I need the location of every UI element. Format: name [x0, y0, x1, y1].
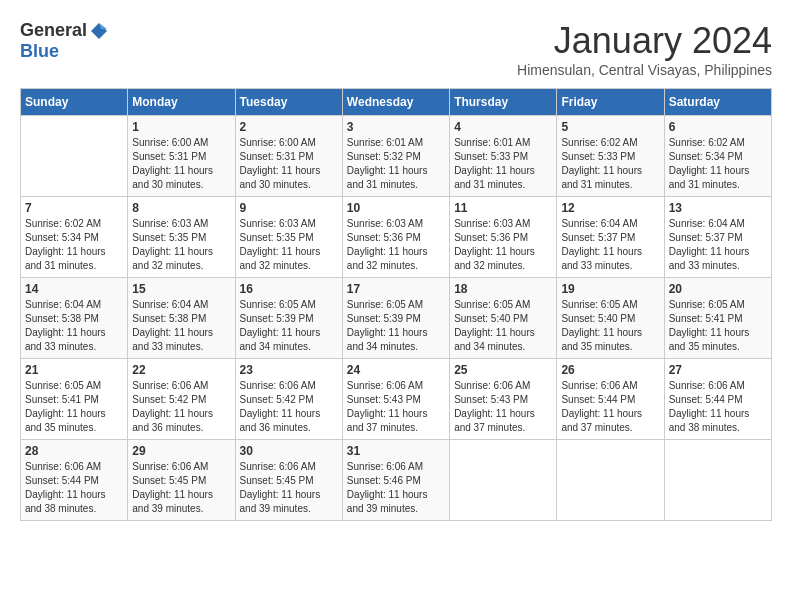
- day-info: Sunrise: 6:03 AM Sunset: 5:36 PM Dayligh…: [454, 217, 552, 273]
- day-cell: 3Sunrise: 6:01 AM Sunset: 5:32 PM Daylig…: [342, 116, 449, 197]
- day-cell: 15Sunrise: 6:04 AM Sunset: 5:38 PM Dayli…: [128, 278, 235, 359]
- day-cell: 12Sunrise: 6:04 AM Sunset: 5:37 PM Dayli…: [557, 197, 664, 278]
- day-cell: 16Sunrise: 6:05 AM Sunset: 5:39 PM Dayli…: [235, 278, 342, 359]
- day-number: 2: [240, 120, 338, 134]
- day-number: 3: [347, 120, 445, 134]
- day-info: Sunrise: 6:06 AM Sunset: 5:45 PM Dayligh…: [240, 460, 338, 516]
- logo-general-text: General: [20, 20, 87, 41]
- month-title: January 2024: [517, 20, 772, 62]
- header-wednesday: Wednesday: [342, 89, 449, 116]
- day-number: 17: [347, 282, 445, 296]
- calendar-table: SundayMondayTuesdayWednesdayThursdayFrid…: [20, 88, 772, 521]
- day-number: 15: [132, 282, 230, 296]
- day-number: 24: [347, 363, 445, 377]
- day-number: 18: [454, 282, 552, 296]
- day-cell: 31Sunrise: 6:06 AM Sunset: 5:46 PM Dayli…: [342, 440, 449, 521]
- day-cell: 28Sunrise: 6:06 AM Sunset: 5:44 PM Dayli…: [21, 440, 128, 521]
- title-section: January 2024 Himensulan, Central Visayas…: [517, 20, 772, 78]
- day-info: Sunrise: 6:06 AM Sunset: 5:44 PM Dayligh…: [25, 460, 123, 516]
- day-cell: [450, 440, 557, 521]
- day-number: 31: [347, 444, 445, 458]
- day-info: Sunrise: 6:03 AM Sunset: 5:35 PM Dayligh…: [132, 217, 230, 273]
- day-number: 8: [132, 201, 230, 215]
- day-cell: 26Sunrise: 6:06 AM Sunset: 5:44 PM Dayli…: [557, 359, 664, 440]
- day-cell: 27Sunrise: 6:06 AM Sunset: 5:44 PM Dayli…: [664, 359, 771, 440]
- logo-blue-text: Blue: [20, 41, 59, 61]
- day-number: 13: [669, 201, 767, 215]
- day-cell: 20Sunrise: 6:05 AM Sunset: 5:41 PM Dayli…: [664, 278, 771, 359]
- header-sunday: Sunday: [21, 89, 128, 116]
- header-monday: Monday: [128, 89, 235, 116]
- day-cell: 19Sunrise: 6:05 AM Sunset: 5:40 PM Dayli…: [557, 278, 664, 359]
- day-info: Sunrise: 6:06 AM Sunset: 5:42 PM Dayligh…: [240, 379, 338, 435]
- day-cell: 24Sunrise: 6:06 AM Sunset: 5:43 PM Dayli…: [342, 359, 449, 440]
- day-info: Sunrise: 6:03 AM Sunset: 5:35 PM Dayligh…: [240, 217, 338, 273]
- day-info: Sunrise: 6:02 AM Sunset: 5:33 PM Dayligh…: [561, 136, 659, 192]
- day-cell: 23Sunrise: 6:06 AM Sunset: 5:42 PM Dayli…: [235, 359, 342, 440]
- day-info: Sunrise: 6:06 AM Sunset: 5:46 PM Dayligh…: [347, 460, 445, 516]
- day-number: 6: [669, 120, 767, 134]
- svg-marker-0: [91, 23, 107, 39]
- day-number: 4: [454, 120, 552, 134]
- day-number: 21: [25, 363, 123, 377]
- day-cell: [557, 440, 664, 521]
- week-row-2: 7Sunrise: 6:02 AM Sunset: 5:34 PM Daylig…: [21, 197, 772, 278]
- day-number: 9: [240, 201, 338, 215]
- header-thursday: Thursday: [450, 89, 557, 116]
- day-cell: 8Sunrise: 6:03 AM Sunset: 5:35 PM Daylig…: [128, 197, 235, 278]
- day-cell: 17Sunrise: 6:05 AM Sunset: 5:39 PM Dayli…: [342, 278, 449, 359]
- header-tuesday: Tuesday: [235, 89, 342, 116]
- day-cell: 22Sunrise: 6:06 AM Sunset: 5:42 PM Dayli…: [128, 359, 235, 440]
- day-info: Sunrise: 6:03 AM Sunset: 5:36 PM Dayligh…: [347, 217, 445, 273]
- day-cell: 13Sunrise: 6:04 AM Sunset: 5:37 PM Dayli…: [664, 197, 771, 278]
- day-info: Sunrise: 6:01 AM Sunset: 5:33 PM Dayligh…: [454, 136, 552, 192]
- day-info: Sunrise: 6:05 AM Sunset: 5:39 PM Dayligh…: [347, 298, 445, 354]
- day-number: 12: [561, 201, 659, 215]
- day-info: Sunrise: 6:00 AM Sunset: 5:31 PM Dayligh…: [132, 136, 230, 192]
- day-number: 22: [132, 363, 230, 377]
- page-header: General Blue January 2024 Himensulan, Ce…: [20, 20, 772, 78]
- day-info: Sunrise: 6:06 AM Sunset: 5:45 PM Dayligh…: [132, 460, 230, 516]
- day-cell: 2Sunrise: 6:00 AM Sunset: 5:31 PM Daylig…: [235, 116, 342, 197]
- day-cell: 7Sunrise: 6:02 AM Sunset: 5:34 PM Daylig…: [21, 197, 128, 278]
- day-number: 10: [347, 201, 445, 215]
- header-row: SundayMondayTuesdayWednesdayThursdayFrid…: [21, 89, 772, 116]
- week-row-5: 28Sunrise: 6:06 AM Sunset: 5:44 PM Dayli…: [21, 440, 772, 521]
- day-cell: 5Sunrise: 6:02 AM Sunset: 5:33 PM Daylig…: [557, 116, 664, 197]
- day-number: 25: [454, 363, 552, 377]
- day-number: 26: [561, 363, 659, 377]
- day-info: Sunrise: 6:02 AM Sunset: 5:34 PM Dayligh…: [25, 217, 123, 273]
- day-info: Sunrise: 6:06 AM Sunset: 5:43 PM Dayligh…: [454, 379, 552, 435]
- day-cell: [664, 440, 771, 521]
- day-number: 19: [561, 282, 659, 296]
- day-cell: [21, 116, 128, 197]
- day-info: Sunrise: 6:04 AM Sunset: 5:38 PM Dayligh…: [25, 298, 123, 354]
- header-saturday: Saturday: [664, 89, 771, 116]
- day-number: 5: [561, 120, 659, 134]
- logo-icon: [89, 21, 109, 41]
- week-row-4: 21Sunrise: 6:05 AM Sunset: 5:41 PM Dayli…: [21, 359, 772, 440]
- day-cell: 18Sunrise: 6:05 AM Sunset: 5:40 PM Dayli…: [450, 278, 557, 359]
- day-cell: 10Sunrise: 6:03 AM Sunset: 5:36 PM Dayli…: [342, 197, 449, 278]
- day-number: 11: [454, 201, 552, 215]
- day-info: Sunrise: 6:05 AM Sunset: 5:40 PM Dayligh…: [454, 298, 552, 354]
- day-info: Sunrise: 6:02 AM Sunset: 5:34 PM Dayligh…: [669, 136, 767, 192]
- day-info: Sunrise: 6:05 AM Sunset: 5:41 PM Dayligh…: [25, 379, 123, 435]
- day-number: 16: [240, 282, 338, 296]
- day-info: Sunrise: 6:00 AM Sunset: 5:31 PM Dayligh…: [240, 136, 338, 192]
- week-row-3: 14Sunrise: 6:04 AM Sunset: 5:38 PM Dayli…: [21, 278, 772, 359]
- day-info: Sunrise: 6:05 AM Sunset: 5:39 PM Dayligh…: [240, 298, 338, 354]
- day-cell: 29Sunrise: 6:06 AM Sunset: 5:45 PM Dayli…: [128, 440, 235, 521]
- day-info: Sunrise: 6:06 AM Sunset: 5:42 PM Dayligh…: [132, 379, 230, 435]
- day-info: Sunrise: 6:04 AM Sunset: 5:37 PM Dayligh…: [561, 217, 659, 273]
- day-info: Sunrise: 6:04 AM Sunset: 5:37 PM Dayligh…: [669, 217, 767, 273]
- day-number: 27: [669, 363, 767, 377]
- day-cell: 4Sunrise: 6:01 AM Sunset: 5:33 PM Daylig…: [450, 116, 557, 197]
- day-cell: 30Sunrise: 6:06 AM Sunset: 5:45 PM Dayli…: [235, 440, 342, 521]
- day-cell: 1Sunrise: 6:00 AM Sunset: 5:31 PM Daylig…: [128, 116, 235, 197]
- day-number: 29: [132, 444, 230, 458]
- day-info: Sunrise: 6:04 AM Sunset: 5:38 PM Dayligh…: [132, 298, 230, 354]
- day-number: 7: [25, 201, 123, 215]
- day-number: 28: [25, 444, 123, 458]
- day-cell: 14Sunrise: 6:04 AM Sunset: 5:38 PM Dayli…: [21, 278, 128, 359]
